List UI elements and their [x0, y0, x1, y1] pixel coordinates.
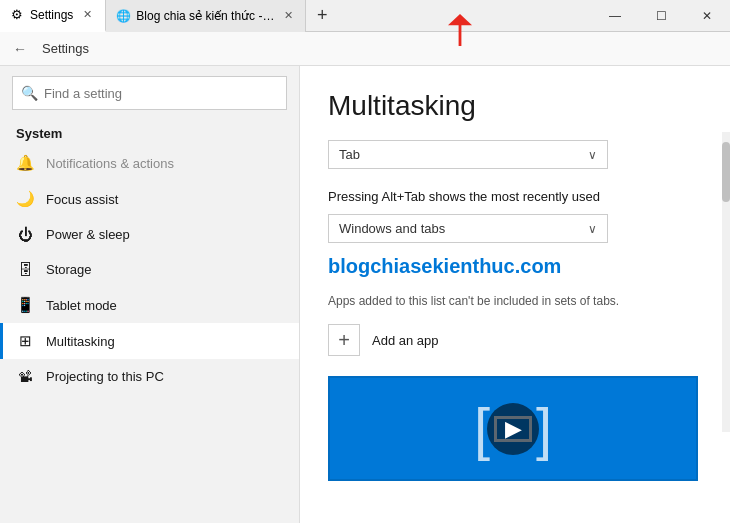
alt-tab-label: Pressing Alt+Tab shows the most recently… [328, 189, 702, 204]
minimize-button[interactable]: — [592, 0, 638, 32]
video-thumbnail[interactable]: [ ] ▶ [328, 376, 698, 481]
settings-tab-icon: ⚙ [10, 8, 24, 22]
addressbar: ← Settings [0, 32, 730, 66]
windows-tabs-arrow: ∨ [588, 222, 597, 236]
tab-settings[interactable]: ⚙ Settings ✕ [0, 0, 106, 32]
new-tab-button[interactable]: + [306, 0, 338, 32]
tablet-icon: 📱 [16, 296, 34, 314]
sidebar-item-power-label: Power & sleep [46, 227, 130, 242]
maximize-button[interactable]: ☐ [638, 0, 684, 32]
subtext: Apps added to this list can't be include… [328, 294, 702, 308]
focus-icon: 🌙 [16, 190, 34, 208]
add-icon: + [338, 329, 350, 352]
sidebar-item-projecting-label: Projecting to this PC [46, 369, 164, 384]
titlebar: ⚙ Settings ✕ 🌐 Blog chia sẻ kiến thức - … [0, 0, 730, 32]
back-button[interactable]: ← [8, 37, 32, 61]
notifications-icon: 🔔 [16, 154, 34, 172]
search-input[interactable] [44, 86, 278, 101]
windows-tabs-value: Windows and tabs [339, 221, 445, 236]
addressbar-label: Settings [38, 41, 89, 56]
sidebar-item-multitasking-label: Multitasking [46, 334, 115, 349]
add-app-label: Add an app [372, 333, 439, 348]
tab-blog[interactable]: 🌐 Blog chia sẻ kiến thức - Th… ✕ [106, 0, 306, 32]
search-icon: 🔍 [21, 85, 38, 101]
add-app-icon-box: + [328, 324, 360, 356]
page-title: Multitasking [328, 90, 702, 122]
add-app-row[interactable]: + Add an app [328, 324, 702, 356]
tab-dropdown-value: Tab [339, 147, 360, 162]
sidebar-section-system: System [0, 120, 299, 145]
projecting-icon: 📽 [16, 368, 34, 385]
play-button[interactable]: ▶ [487, 403, 539, 455]
sidebar-item-focus[interactable]: 🌙 Focus assist [0, 181, 299, 217]
search-box[interactable]: 🔍 [12, 76, 287, 110]
sidebar-item-notifications[interactable]: 🔔 Notifications & actions [0, 145, 299, 181]
storage-icon: 🗄 [16, 261, 34, 278]
dropdown1-container: Tab ∨ [328, 140, 702, 169]
watermark: blogchiasekienthuc.com [328, 255, 702, 278]
content-area: Multitasking Tab ∨ Pressing Alt+Tab show… [300, 66, 730, 523]
power-icon: ⏻ [16, 226, 34, 243]
window-controls: — ☐ ✕ [592, 0, 730, 32]
scrollbar[interactable] [722, 132, 730, 432]
tab-settings-close[interactable]: ✕ [79, 7, 95, 23]
main-area: 🔍 System 🔔 Notifications & actions 🌙 Foc… [0, 66, 730, 523]
sidebar-item-tablet-label: Tablet mode [46, 298, 117, 313]
sidebar-item-tablet[interactable]: 📱 Tablet mode [0, 287, 299, 323]
close-button[interactable]: ✕ [684, 0, 730, 32]
windows-tabs-dropdown[interactable]: Windows and tabs ∨ [328, 214, 608, 243]
blog-tab-icon: 🌐 [116, 9, 130, 23]
sidebar: 🔍 System 🔔 Notifications & actions 🌙 Foc… [0, 66, 300, 523]
sidebar-item-storage[interactable]: 🗄 Storage [0, 252, 299, 287]
tab-blog-close[interactable]: ✕ [281, 8, 295, 24]
tab-dropdown-arrow: ∨ [588, 148, 597, 162]
tab-dropdown[interactable]: Tab ∨ [328, 140, 608, 169]
sidebar-item-power[interactable]: ⏻ Power & sleep [0, 217, 299, 252]
tab-blog-label: Blog chia sẻ kiến thức - Th… [136, 9, 275, 23]
tab-settings-label: Settings [30, 8, 73, 22]
multitasking-icon: ⊞ [16, 332, 34, 350]
sidebar-item-multitasking[interactable]: ⊞ Multitasking [0, 323, 299, 359]
sidebar-item-storage-label: Storage [46, 262, 92, 277]
scrollbar-thumb[interactable] [722, 142, 730, 202]
sidebar-item-notifications-label: Notifications & actions [46, 156, 174, 171]
sidebar-item-projecting[interactable]: 📽 Projecting to this PC [0, 359, 299, 394]
sidebar-item-focus-label: Focus assist [46, 192, 118, 207]
